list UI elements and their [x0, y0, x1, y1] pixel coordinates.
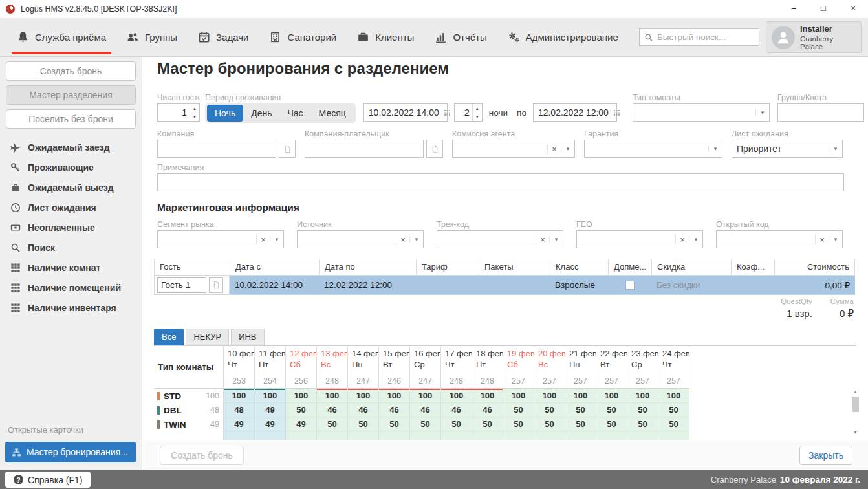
dropdown-icon[interactable]: ▾ — [829, 146, 842, 152]
marketing-combo-1[interactable]: ×▾ — [157, 230, 284, 248]
date-picker-grid-icon[interactable] — [443, 109, 451, 117]
availability-cell[interactable]: 50 — [534, 417, 565, 431]
date-picker-grid-icon[interactable] — [613, 109, 621, 117]
dropdown-icon[interactable]: ▾ — [689, 236, 702, 243]
availability-cell[interactable]: 46 — [410, 403, 441, 417]
nav-item-6[interactable]: Отчёты — [424, 18, 497, 56]
availability-cell[interactable]: 100 — [441, 389, 472, 403]
help-button[interactable]: ? Справка (F1) — [5, 472, 91, 488]
availability-cell[interactable]: 100 — [348, 389, 379, 403]
nights-stepper[interactable]: ▲▼ — [454, 103, 483, 122]
sidebar-item-8[interactable]: Наличие помещений — [0, 277, 142, 298]
company-input[interactable] — [157, 140, 276, 158]
clear-icon[interactable]: × — [256, 235, 270, 244]
availability-cell[interactable]: 50 — [627, 417, 658, 431]
guest-date-from-cell[interactable]: 10.02.2022 14:00 — [230, 276, 319, 294]
clear-icon[interactable]: × — [396, 235, 409, 244]
guest-packages-cell[interactable] — [479, 276, 550, 294]
nav-item-4[interactable]: Санаторий — [259, 18, 347, 56]
marketing-combo-2[interactable]: ×▾ — [297, 230, 424, 248]
dropdown-icon[interactable]: ▾ — [549, 236, 563, 243]
period-option-Ночь[interactable]: Ночь — [207, 105, 243, 122]
room-type-cell-TWIN[interactable]: TWIN49 — [154, 417, 224, 431]
sidebar-item-6[interactable]: Поиск — [0, 237, 142, 257]
guest-table-row[interactable]: 10.02.2022 14:00 12.02.2022 12:00 Взросл… — [154, 276, 855, 295]
guest-lookup-button[interactable] — [209, 277, 223, 293]
availability-cell[interactable]: 100 — [627, 389, 658, 403]
availability-cell[interactable]: 50 — [348, 417, 379, 431]
spin-down-icon[interactable]: ▼ — [190, 113, 199, 121]
availability-tab-ИНВ[interactable]: ИНВ — [231, 329, 264, 345]
spin-up-icon[interactable]: ▲ — [190, 104, 199, 113]
period-option-Час[interactable]: Час — [279, 105, 310, 122]
availability-cell[interactable]: 49 — [224, 417, 255, 431]
nav-item-1[interactable]: Служба приёма — [6, 18, 116, 56]
nights-input[interactable] — [455, 104, 472, 121]
waitlist-dropdown[interactable]: Приоритет ▾ — [732, 140, 843, 158]
dropdown-icon[interactable]: ▾ — [561, 146, 574, 152]
extra-bed-checkbox[interactable] — [625, 281, 635, 290]
marketing-combo-3[interactable]: ×▾ — [437, 230, 563, 248]
company-lookup-button[interactable] — [279, 140, 296, 158]
group-quota-input[interactable] — [777, 103, 864, 122]
availability-cell[interactable]: 100 — [565, 389, 596, 403]
availability-cell[interactable]: 100 — [596, 389, 627, 403]
availability-cell[interactable]: 46 — [379, 403, 410, 417]
guests-stepper[interactable]: ▲▼ — [157, 103, 200, 122]
nav-item-2[interactable]: Группы — [116, 18, 188, 56]
dropdown-icon[interactable]: ▾ — [409, 236, 423, 243]
scrollbar-thumb[interactable] — [852, 397, 859, 412]
availability-cell[interactable]: 100 — [472, 389, 503, 403]
sidebar-item-7[interactable]: Наличие комнат — [0, 257, 142, 277]
availability-cell[interactable]: 50 — [317, 417, 348, 431]
agent-commission-combo[interactable]: × ▾ — [452, 140, 575, 158]
availability-scrollbar[interactable]: ▲ ▼ — [851, 388, 860, 436]
guarantee-dropdown[interactable]: ▾ — [584, 140, 722, 158]
marketing-combo-4[interactable]: ×▾ — [576, 230, 703, 248]
sidebar-item-9[interactable]: Наличие инвентаря — [0, 298, 142, 318]
spin-down-icon[interactable]: ▼ — [473, 113, 482, 121]
guests-input[interactable] — [158, 104, 190, 121]
scroll-down-icon[interactable]: ▼ — [851, 429, 860, 436]
payer-input[interactable] — [305, 140, 424, 158]
availability-cell[interactable]: 46 — [441, 403, 472, 417]
dropdown-icon[interactable]: ▾ — [755, 109, 769, 116]
sidebar-item-2[interactable]: Проживающие — [0, 157, 142, 177]
dropdown-icon[interactable]: ▾ — [270, 236, 283, 243]
availability-cell[interactable]: 50 — [534, 403, 565, 417]
availability-cell[interactable]: 50 — [472, 417, 503, 431]
availability-tab-НЕКУР[interactable]: НЕКУР — [186, 329, 229, 345]
availability-cell[interactable]: 50 — [658, 403, 689, 417]
availability-cell[interactable]: 49 — [286, 417, 317, 431]
guest-date-to-cell[interactable]: 12.02.2022 12:00 — [319, 276, 416, 294]
availability-cell[interactable]: 50 — [596, 403, 627, 417]
availability-cell[interactable]: 46 — [317, 403, 348, 417]
clear-icon[interactable]: × — [675, 235, 689, 244]
nav-item-7[interactable]: Администрирование — [497, 18, 629, 56]
room-type-cell-STD[interactable]: STD100 — [154, 389, 224, 403]
sidebar-button-2[interactable]: Мастер разделения — [6, 85, 136, 105]
close-wizard-button[interactable]: Закрыть — [799, 446, 852, 465]
availability-cell[interactable]: 50 — [441, 417, 472, 431]
scroll-up-icon[interactable]: ▲ — [851, 388, 860, 395]
maximize-button[interactable]: □ — [808, 0, 838, 18]
spin-up-icon[interactable]: ▲ — [473, 104, 482, 113]
availability-cell[interactable]: 100 — [286, 389, 317, 403]
availability-cell[interactable]: 50 — [565, 403, 596, 417]
availability-cell[interactable]: 100 — [224, 389, 255, 403]
sidebar-button-1[interactable]: Создать бронь — [6, 61, 136, 81]
availability-cell[interactable]: 100 — [379, 389, 410, 403]
period-option-Месяц[interactable]: Месяц — [311, 105, 354, 122]
date-to-field[interactable]: 12.02.2022 12:00 — [533, 103, 617, 122]
room-type-cell-DBL[interactable]: DBL48 — [154, 403, 224, 417]
guest-coef-cell[interactable] — [731, 276, 774, 294]
clear-icon[interactable]: × — [815, 235, 829, 244]
availability-cell[interactable]: 46 — [348, 403, 379, 417]
payer-lookup-button[interactable] — [426, 140, 443, 158]
guest-tariff-cell[interactable] — [416, 276, 479, 294]
availability-cell[interactable]: 49 — [255, 403, 286, 417]
guest-name-input[interactable] — [157, 277, 206, 293]
availability-cell[interactable]: 100 — [534, 389, 565, 403]
availability-cell[interactable]: 50 — [410, 417, 441, 431]
availability-cell[interactable]: 50 — [379, 417, 410, 431]
